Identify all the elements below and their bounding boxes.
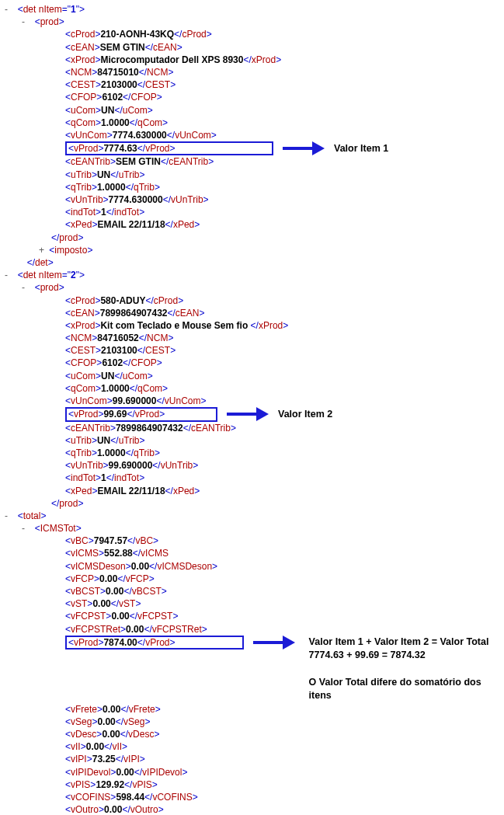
det1-open: - <det nItem="1"> [5,3,499,16]
xml-node: <qCom>1.0000</qCom> [65,382,499,395]
xml-node: <vICMSDeson>0.00</vICMSDeson> [65,560,499,573]
xml-node: <cEANTrib>SEM GTIN</cEANTrib> [65,155,499,168]
xml-node: <xPed>EMAIL 22/11/18</xPed> [65,485,499,497]
xml-node: <NCM>84716052</NCM> [65,332,499,344]
annotation: Valor Item 1 [334,142,388,155]
xml-node: <vICMS>552.88</vICMS [65,547,499,559]
xml-node: <cEAN>SEM GTIN</cEAN> [65,41,499,54]
xml-node: <xProd>Microcomputador Dell XPS 8930</xP… [65,54,499,66]
xml-node: <vUnCom>99.690000</vUnCom> [65,395,499,407]
xml-node: <vBCST>0.00</vBCST> [65,585,499,597]
xml-node: <vII>0.00</vII> [65,740,499,753]
highlight-box: <vProd>99.69</vProd> [65,407,217,421]
xml-node: <vOutro>0.00</vOutro> [65,803,499,815]
vprod1-row: <vProd>7774.63</vProd> Valor Item 1 [65,141,499,155]
xml-node: <vFCPST>0.00</vFCPST> [65,610,499,622]
xml-node: <CEST>2103100</CEST> [65,344,499,357]
attr-name: nItem [39,270,62,280]
collapse-icon[interactable]: - [22,16,30,28]
arrow-icon [253,636,295,650]
xml-node: <uTrib>UN</uTrib> [65,434,499,447]
xml-node: <vST>0.00</vST> [65,597,499,610]
xml-node: <vPIS>129.92</vPIS> [65,778,499,791]
xml-node: <xProd>Kit com Teclado e Mouse Sem fio <… [65,319,499,332]
highlight-box: <vProd>7774.63</vProd> [65,141,273,155]
prod1-close: </prod> [51,232,499,244]
annotation-block: Valor Item 1 + Valor Item 2 = Valor Tota… [309,636,499,703]
xml-node: <vUnTrib>7774.630000</vUnTrib> [65,193,499,206]
vprod2-row: <vProd>99.69</vProd> Valor Item 2 [65,407,499,421]
xml-node: <cProd>210-AONH-43KQ</cProd> [65,28,499,40]
xml-node: <indTot>1</indTot> [65,472,499,484]
vprod-total-row: <vProd>7874.00</vProd> Valor Item 1 + Va… [65,636,499,703]
collapse-icon[interactable]: - [5,3,12,16]
annotation: Valor Item 2 [278,408,332,421]
xml-node: <CFOP>6102</CFOP> [65,357,499,369]
xml-node: <CFOP>6102</CFOP> [65,91,499,103]
collapse-icon[interactable]: - [5,510,12,522]
total-open: - <total> [5,510,499,522]
xml-node: <cEANTrib>7899864907432</cEANTrib> [65,422,499,434]
xml-node: <vFCPSTRet>0.00</vFCPSTRet> [65,623,499,636]
prod2-close: </prod> [51,497,499,510]
attr-value: 1 [71,4,76,15]
xml-node: <vDesc>0.00</vDesc> [65,728,499,740]
highlight-box: <vProd>7874.00</vProd> [65,636,244,650]
det1-close: </det> [22,256,499,269]
xml-node: <vSeg>0.00</vSeg> [65,716,499,728]
attr-name: nItem [39,4,62,15]
xml-node: <vIPI>73.25</vIPI> [65,753,499,765]
xml-node: <cEAN>7899864907432</cEAN> [65,307,499,319]
xml-node: <uCom>UN</uCom> [65,370,499,382]
xml-node: <uCom>UN</uCom> [65,104,499,117]
prod2-open: - <prod> [22,281,499,294]
xml-node: <qTrib>1.0000</qTrib> [65,181,499,193]
prod1-open: - <prod> [22,16,499,28]
collapse-icon[interactable]: - [22,281,30,294]
xml-node: <uTrib>UN</uTrib> [65,169,499,181]
xml-node: <CEST>2103000</CEST> [65,78,499,91]
xml-node: <vFCP>0.00</vFCP> [65,573,499,585]
xml-node: <vCOFINS>598.44</vCOFINS> [65,791,499,803]
xml-node: <qTrib>1.0000</qTrib> [65,447,499,459]
xml-node: <xPed>EMAIL 22/11/18</xPed> [65,218,499,231]
xml-node: <vBC>7947.57</vBC> [65,535,499,547]
imposto-collapsed: + <imposto> [39,244,499,256]
xml-node: <vUnCom>7774.630000</vUnCom> [65,129,499,141]
annotation: O Valor Total difere do somatório dos it… [309,677,481,702]
xml-node: <indTot>1</indTot> [65,206,499,218]
icmstot-open: - <ICMSTot> [22,522,499,535]
expand-icon[interactable]: + [39,244,47,256]
xml-node: <NCM>84715010</NCM> [65,66,499,78]
xml-node: <vIPIDevol>0.00</vIPIDevol> [65,766,499,778]
xml-node: <vUnTrib>99.690000</vUnTrib> [65,459,499,472]
annotation: 7774.63 + 99.69 = 7874.32 [309,650,426,660]
annotation: Valor Item 1 + Valor Item 2 = Valor Tota… [309,636,489,647]
collapse-icon[interactable]: - [5,269,12,281]
xml-node: <vFrete>0.00</vFrete> [65,703,499,716]
det2-open: - <det nItem="2"> [5,269,499,281]
arrow-icon [283,141,325,155]
attr-value: 2 [71,270,76,280]
xml-node: <cProd>580-ADUY</cProd> [65,294,499,307]
collapse-icon[interactable]: - [22,522,30,535]
xml-node: <qCom>1.0000</qCom> [65,117,499,129]
arrow-icon [227,407,269,421]
